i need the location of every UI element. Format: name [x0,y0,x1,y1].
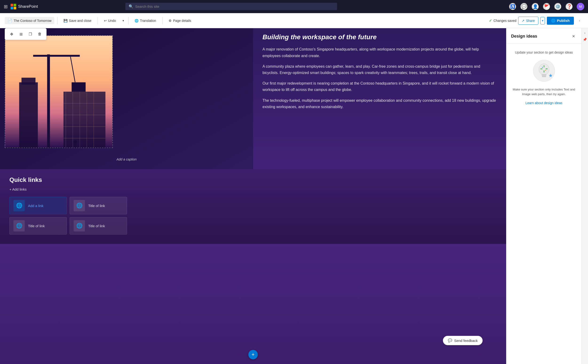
article-para-3: Our first major redevelopment is nearing… [263,80,497,93]
add-section-button[interactable]: + [248,350,258,359]
delete-button[interactable]: 🗑 [35,30,44,38]
changes-saved-indicator: ✓ Changes saved [489,18,516,23]
page-tab[interactable]: 📄 The Contoso of Tomorrow [5,17,54,24]
side-tabs: › 📌 [581,28,588,364]
edit-toolbar-strip: ✥ ⊞ ❐ 🗑 [5,28,46,40]
design-bulb-icon [532,59,556,83]
undo-dropdown-arrow[interactable]: ▾ [121,17,125,24]
check-icon: ✓ [489,18,492,23]
page-content: Add a caption Building the workspace of … [0,28,506,364]
article-title: Building the workspace of the future [263,33,497,41]
toolbar: 📄 The Contoso of Tomorrow 💾 Save and clo… [0,13,588,28]
changes-saved-label: Changes saved [493,19,516,23]
settings-icon[interactable]: ⚙️ [554,3,562,10]
design-panel: Design ideas ✕ Update your section to ge… [506,28,581,364]
add-link-label: Add a link [28,204,44,208]
article-para-4: The technology-fueled, multiphase projec… [263,97,497,110]
add-links-button[interactable]: + Add links [9,187,26,191]
share-icon: ↗ [522,19,524,23]
search-icon: 🔍 [129,4,133,9]
construction-image [5,35,113,148]
link-tile-3[interactable]: 🌐 Title of link [70,217,127,234]
globe-icon-3: 🌐 [74,220,85,231]
design-panel-close-button[interactable]: ✕ [570,33,577,39]
design-learn-link[interactable]: Learn about design ideas [525,101,562,105]
design-panel-title: Design ideas [511,34,537,39]
svg-rect-22 [74,143,76,148]
design-update-text: Update your section to get design ideas [515,51,573,54]
quick-links-section: Quick links + Add links 🌐 Add a link 🌐 T… [0,169,506,244]
send-feedback-button[interactable]: 💬 Send feedback [443,336,483,345]
add-link-tile[interactable]: 🌐 Add a link [9,197,67,214]
translation-button[interactable]: 🌐 Translation [131,17,159,25]
crane-svg [5,36,112,148]
save-close-label: Save and close [69,19,92,23]
image-column: Add a caption [0,28,253,169]
page-tab-label: The Contoso of Tomorrow [14,19,52,23]
svg-rect-8 [33,55,80,57]
move-button[interactable]: ✥ [7,30,16,38]
toolbar-divider-2 [98,17,98,25]
page-details-label: Page details [173,19,191,23]
image-caption[interactable]: Add a caption [0,155,253,163]
translation-label: Translation [140,19,156,23]
svg-rect-26 [542,76,546,77]
svg-rect-10 [72,82,86,92]
toolbar-divider-1 [57,17,57,25]
svg-rect-25 [542,74,546,76]
links-grid: 🌐 Add a link 🌐 Title of link 🌐 Title of … [9,197,127,234]
quick-links-title: Quick links [9,176,497,183]
side-expand-button[interactable]: › [582,30,588,36]
globe-icon-1: 🌐 [74,200,85,211]
undo-label: Undo [108,19,116,23]
svg-rect-2 [11,7,13,9]
toolbar-divider-3 [128,17,128,25]
top-nav: ⊞ SharePoint 🔍 ♿ 💬 👤 🚩 ⚙️ ❓ M [0,0,588,13]
help-icon[interactable]: ❓ [565,3,573,10]
contacts-icon[interactable]: 👤 [532,3,539,10]
search-input[interactable] [135,5,334,8]
text-column: Building the workspace of the future A m… [253,28,506,169]
svg-rect-11 [64,92,105,148]
share-dropdown-arrow[interactable]: ▾ [540,17,545,25]
toolbar-divider-4 [162,17,163,25]
svg-rect-6 [21,78,35,85]
undo-button[interactable]: ↩ Undo [101,17,119,25]
two-col-section: Add a caption Building the workspace of … [0,28,506,169]
share-button[interactable]: ↗ Share [518,17,538,25]
page-details-button[interactable]: ⚙ Page details [165,17,194,25]
duplicate-button[interactable]: ❐ [26,30,35,38]
publish-button[interactable]: 🌐 Publish [547,17,574,25]
flag-icon[interactable]: 🚩 [543,3,550,10]
app-name-label: SharePoint [18,4,38,9]
publish-icon: 🌐 [551,19,555,23]
main-area: Add a caption Building the workspace of … [0,28,588,364]
translation-icon: 🌐 [135,19,139,23]
user-avatar[interactable]: M [577,3,584,10]
globe-icon-2: 🌐 [13,220,25,231]
toolbar-right: ✓ Changes saved ↗ Share ▾ 🌐 Publish ‹ [489,17,583,25]
apps-grid-icon[interactable]: ⊞ [4,4,8,9]
svg-rect-7 [47,54,50,148]
publish-label: Publish [557,19,570,23]
chat-icon[interactable]: 💬 [520,3,528,10]
design-panel-body: Update your section to get design ideas [506,44,581,364]
save-close-button[interactable]: 💾 Save and close [60,17,95,25]
accessibility-icon[interactable]: ♿ [509,3,516,10]
link-tile-2[interactable]: 🌐 Title of link [9,217,67,234]
page-details-icon: ⚙ [169,19,172,23]
toolbar-collapse-button[interactable]: ‹ [576,17,583,25]
svg-rect-0 [11,4,13,6]
article-body: A major renovation of Contoso's Singapor… [263,46,497,110]
svg-rect-5 [19,82,38,148]
design-description: Make sure your section only includes Tex… [511,87,577,96]
nav-logo: SharePoint [11,4,38,9]
side-pin-button[interactable]: 📌 [582,37,588,42]
search-box[interactable]: 🔍 [125,3,337,10]
svg-rect-1 [14,4,16,6]
article-para-2: A community plaza where employees can ga… [263,63,497,76]
link-tile-1[interactable]: 🌐 Title of link [70,197,127,214]
link-label-1: Title of link [88,204,105,208]
section-settings-button[interactable]: ⊞ [17,30,25,38]
article-para-1: A major renovation of Contoso's Singapor… [263,46,497,59]
